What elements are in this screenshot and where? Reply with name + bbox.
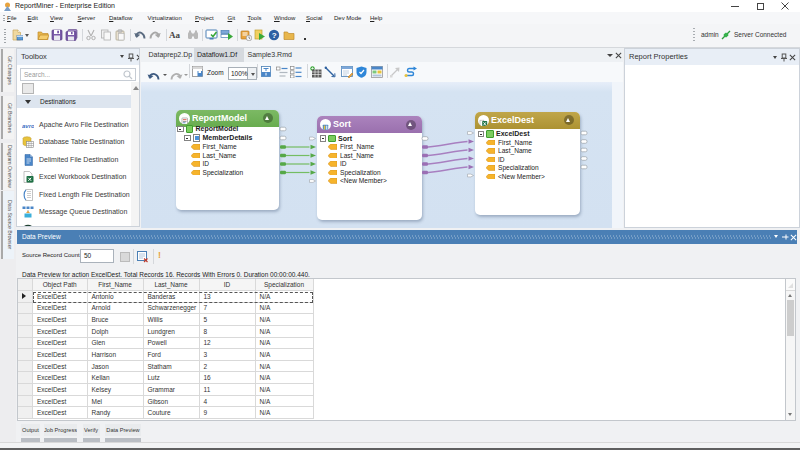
svg-text:avro: avro — [22, 123, 34, 129]
svg-text:?: ? — [272, 31, 277, 40]
